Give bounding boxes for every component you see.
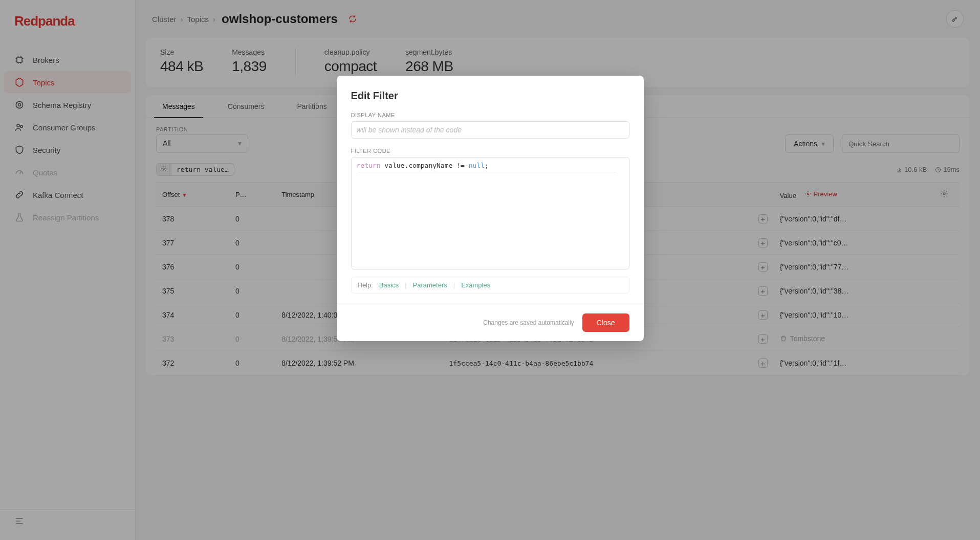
modal-footer: Changes are saved automatically Close [337,304,644,341]
edit-filter-modal: Edit Filter DISPLAY NAME FILTER CODE ret… [337,76,644,341]
display-name-label: DISPLAY NAME [351,112,629,118]
modal-backdrop[interactable]: Edit Filter DISPLAY NAME FILTER CODE ret… [0,0,980,540]
code-token-null: null [469,162,485,169]
help-label: Help: [358,281,373,289]
help-link-examples[interactable]: Examples [461,281,490,289]
filter-code-label: FILTER CODE [351,148,629,154]
filter-code-editor[interactable]: return value.companyName != null; [351,157,629,269]
autosave-hint: Changes are saved automatically [483,319,574,326]
code-token-return: return [357,162,381,169]
code-token-end: ; [485,162,489,169]
help-bar: Help: Basics | Parameters | Examples [351,277,629,294]
modal-title: Edit Filter [351,90,629,102]
close-button[interactable]: Close [582,313,629,332]
help-link-basics[interactable]: Basics [379,281,399,289]
help-link-parameters[interactable]: Parameters [413,281,447,289]
display-name-input[interactable] [351,121,629,139]
code-token-body: value.companyName != [380,162,468,169]
